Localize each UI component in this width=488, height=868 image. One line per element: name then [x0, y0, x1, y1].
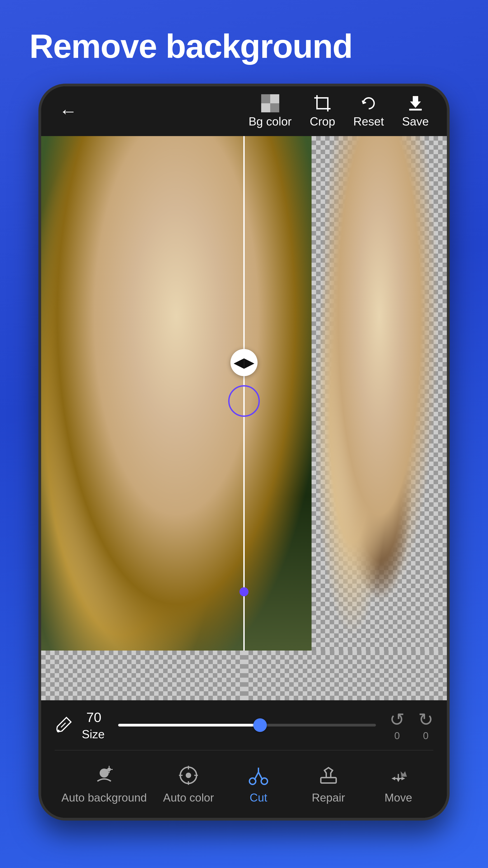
svg-rect-5: [409, 109, 422, 111]
svg-point-15: [186, 773, 191, 778]
removed-bg-image: [312, 136, 447, 651]
crop-icon: [313, 94, 331, 112]
repair-tool[interactable]: Repair: [300, 764, 357, 804]
bottom-strip-right: [244, 651, 447, 700]
save-button[interactable]: Save: [402, 94, 429, 128]
undo-redo-group: ↺ 0 ↻ 0: [390, 709, 433, 741]
size-slider[interactable]: [118, 724, 376, 726]
phone-shell: ← Bg color: [38, 84, 450, 820]
redo-icon: ↻: [418, 709, 433, 730]
repair-label: Repair: [312, 791, 345, 804]
reset-button[interactable]: Reset: [353, 94, 384, 128]
drag-circle: ◀▶: [230, 349, 258, 376]
move-label: Move: [385, 791, 412, 804]
undo-icon: ↺: [390, 709, 404, 730]
svg-rect-3: [261, 103, 270, 112]
drag-arrows-icon: ◀▶: [234, 356, 254, 369]
original-image: [41, 136, 312, 651]
cut-icon: [247, 764, 270, 786]
auto-background-label: Auto background: [61, 791, 147, 804]
redo-count: 0: [423, 730, 428, 741]
save-icon: [406, 94, 424, 112]
image-area: ◀▶: [41, 136, 447, 651]
cut-label: Cut: [250, 791, 267, 804]
redo-button[interactable]: ↻ 0: [418, 709, 433, 741]
svg-line-6: [61, 723, 66, 727]
svg-rect-2: [270, 94, 279, 103]
controls-panel: 70 Size ↺ 0 ↻ 0: [41, 700, 447, 818]
size-row: 70 Size ↺ 0 ↻ 0: [55, 700, 433, 750]
bg-color-button[interactable]: Bg color: [249, 94, 292, 128]
checker-icon: [261, 94, 279, 112]
svg-line-22: [254, 772, 258, 780]
slider-fill: [118, 724, 260, 726]
reset-label: Reset: [353, 115, 384, 128]
back-button[interactable]: ←: [59, 101, 77, 122]
size-value: 70: [86, 710, 101, 725]
split-drag-handle[interactable]: ◀▶: [228, 349, 260, 417]
svg-point-9: [107, 768, 111, 771]
auto-color-label: Auto color: [163, 791, 214, 804]
cut-tool[interactable]: Cut: [230, 764, 287, 804]
subject-layer: [312, 136, 447, 651]
page-title: Remove background: [29, 27, 459, 66]
bg-color-label: Bg color: [249, 115, 292, 128]
auto-color-icon: [177, 764, 200, 786]
svg-marker-4: [410, 96, 421, 108]
toolbar: ← Bg color: [41, 86, 447, 136]
brush-radius-indicator: [228, 385, 260, 417]
svg-point-7: [57, 730, 60, 733]
crop-button[interactable]: Crop: [310, 94, 335, 128]
svg-line-23: [258, 772, 263, 780]
app-background: Remove background ← Bg color: [0, 0, 488, 868]
bottom-strip-left: [41, 651, 244, 700]
svg-rect-0: [261, 94, 270, 103]
move-icon: [387, 764, 410, 786]
crop-label: Crop: [310, 115, 335, 128]
auto-background-icon: [93, 764, 116, 786]
auto-color-tool[interactable]: Auto color: [160, 764, 217, 804]
tool-bar: Auto background Auto color: [55, 750, 433, 818]
brush-icon: [55, 716, 73, 734]
repair-icon: [317, 764, 340, 786]
toolbar-actions: Bg color Crop Reset: [249, 94, 429, 128]
undo-button[interactable]: ↺ 0: [390, 709, 404, 741]
move-tool[interactable]: Move: [370, 764, 427, 804]
reset-icon: [360, 94, 378, 112]
slider-thumb: [253, 718, 267, 732]
bottom-strip: [41, 651, 447, 700]
size-label: Size: [82, 727, 105, 741]
svg-rect-1: [270, 103, 279, 112]
undo-count: 0: [394, 730, 400, 741]
position-indicator: [239, 547, 249, 596]
svg-rect-25: [321, 778, 336, 783]
brush-icon-wrap: [55, 716, 73, 735]
auto-background-tool[interactable]: Auto background: [61, 764, 147, 804]
save-label: Save: [402, 115, 429, 128]
